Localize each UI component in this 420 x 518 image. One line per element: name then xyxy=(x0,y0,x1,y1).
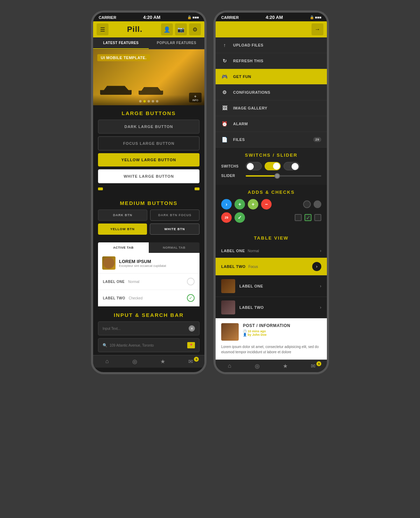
radio-sub-2: Checked xyxy=(129,296,142,300)
radio-circle-2[interactable]: ✓ xyxy=(187,294,195,302)
hero-label: UI MOBILE TEMPLATE. xyxy=(97,54,150,61)
tab-demo-normal[interactable]: NORMAL TAB xyxy=(149,242,200,253)
hero-image: UI MOBILE TEMPLATE. + INFO xyxy=(93,49,204,105)
list-item-title: LOREM IPSUM xyxy=(119,259,166,264)
chevron-right-icon-1: › xyxy=(320,248,321,253)
table-img-row-2[interactable]: LABEL TWO › xyxy=(216,297,327,318)
time-left: 4:20 AM xyxy=(143,15,160,20)
toggle-2[interactable] xyxy=(265,162,281,170)
check-group xyxy=(303,200,321,208)
dark-focus-medium-button[interactable]: DARK BTN FOCUS xyxy=(150,210,200,221)
left-bottom-tab-bar: ⌂ ◎ ★ ✉ 5 xyxy=(93,355,204,368)
range-dot-right xyxy=(195,187,200,190)
focus-large-button[interactable]: FOCUS LARGE BUTTON xyxy=(98,136,200,150)
checkbox-3[interactable] xyxy=(314,214,321,221)
checkbox-1[interactable] xyxy=(295,214,302,221)
table-img-label-1: LABEL ONE xyxy=(239,284,263,288)
carrier-left: CARRIER xyxy=(99,15,116,20)
bottom-tab-mail[interactable]: ✉ 5 xyxy=(177,358,205,365)
remove-button[interactable]: − xyxy=(261,199,272,210)
table-row-2-sub: Focus xyxy=(248,265,258,269)
alarm-icon: ⏰ xyxy=(221,121,228,127)
radio-sm-1[interactable] xyxy=(303,200,311,208)
right-bottom-tab-bar: ⌂ ◎ ★ ✉ 5 xyxy=(216,360,327,372)
right-mail-badge: 5 xyxy=(316,361,321,366)
tab-popular-features[interactable]: POPULAR FEATURES xyxy=(149,37,204,49)
range-row xyxy=(98,186,200,193)
upload-icon-button[interactable]: 📷 xyxy=(175,23,187,35)
dark-large-button[interactable]: DARK LARGE BUTTON xyxy=(98,120,200,134)
tab-latest-features[interactable]: LATEST FEATURES xyxy=(93,37,149,49)
menu-item-getfun[interactable]: 🎮 GET FUN xyxy=(216,69,327,85)
adds-title: ADDS & CHECKS xyxy=(221,190,321,199)
game-icon: 🎮 xyxy=(221,74,228,79)
dark-medium-button[interactable]: DARK BTN xyxy=(98,210,147,221)
chevron-button[interactable]: › xyxy=(221,199,232,210)
yellow-medium-button[interactable]: YELLOW BTN xyxy=(98,223,147,235)
menu-item-gallery[interactable]: 🖼 IMAGE GALLERY xyxy=(216,100,327,116)
menu-item-config[interactable]: ⚙ CONFIGURATIONS xyxy=(216,85,327,100)
radio-item-2[interactable]: LABEL TWO Checked ✓ xyxy=(98,290,200,306)
chevron-right-icon-4: › xyxy=(320,305,321,310)
menu-item-alarm[interactable]: ⏰ ALARM xyxy=(216,116,327,132)
location-input[interactable] xyxy=(110,343,187,347)
hero-info-button[interactable]: + INFO xyxy=(189,93,202,102)
toggle-3[interactable] xyxy=(284,162,300,170)
input-row-1: ✕ xyxy=(98,321,200,335)
left-phone: CARRIER 4:20 AM 🔒 ■■■ ☰ Pill. 👤 📷 ⚙ LATE… xyxy=(91,10,206,374)
bottom-tab-favorite[interactable]: ★ xyxy=(149,358,177,365)
mail-icon: ✉ xyxy=(188,358,193,365)
slider-label: SLIDER xyxy=(221,174,246,178)
refresh-icon: ↻ xyxy=(221,58,228,64)
checkbox-2[interactable]: ✓ xyxy=(304,214,312,221)
clear-button[interactable]: ✕ xyxy=(189,325,195,332)
table-row-2[interactable]: LABEL TWO Focus › xyxy=(216,258,327,276)
tab-demo-active[interactable]: ACTIVE TAB xyxy=(98,242,149,253)
switches-label: SWITCHS xyxy=(221,164,246,168)
menu-item-files[interactable]: 📄 FILES 29 xyxy=(216,132,327,148)
header-right-icons: 👤 📷 ⚙ xyxy=(161,23,201,35)
slider-thumb[interactable] xyxy=(274,173,280,179)
user-icon: 👤 xyxy=(243,333,247,336)
avatar-face xyxy=(103,257,114,269)
bottom-tab-camera[interactable]: ◎ xyxy=(121,358,149,365)
menu-button[interactable]: ☰ xyxy=(97,23,108,35)
right-bottom-tab-favorite[interactable]: ★ xyxy=(271,363,299,369)
slider-track[interactable] xyxy=(246,175,321,177)
white-large-button[interactable]: WHITE LARGE BUTTON xyxy=(98,169,200,183)
menu-item-upload[interactable]: ↑ UPLOAD FILES xyxy=(216,37,327,53)
right-bottom-tab-home[interactable]: ⌂ xyxy=(216,363,244,369)
hero-dots xyxy=(139,100,159,102)
camera-icon: ◎ xyxy=(132,358,137,365)
text-input[interactable] xyxy=(103,327,189,331)
badge-button-green[interactable]: ✓ xyxy=(234,212,245,223)
add-button-1[interactable]: + xyxy=(234,199,245,210)
bottom-tab-home[interactable]: ⌂ xyxy=(93,358,121,365)
badge-button-red[interactable]: 29 xyxy=(221,212,232,223)
radio-sm-2[interactable] xyxy=(314,200,321,208)
menu-item-getfun-label: GET FUN xyxy=(233,74,251,79)
menu-item-alarm-label: ALARM xyxy=(233,122,248,126)
user-icon-button[interactable]: 👤 xyxy=(161,23,173,35)
search-icon: 🔍 xyxy=(103,343,107,348)
post-author-name: John Doe xyxy=(252,333,267,336)
table-img-row-1[interactable]: LABEL ONE › xyxy=(216,276,327,297)
right-bottom-tab-camera[interactable]: ◎ xyxy=(244,363,272,369)
menu-item-config-label: CONFIGURATIONS xyxy=(233,90,270,94)
map-icon-button[interactable]: 📍 xyxy=(187,342,195,348)
menu-item-refresh[interactable]: ↻ REFRESH THIS xyxy=(216,53,327,69)
gear-icon-button[interactable]: ⚙ xyxy=(189,23,201,35)
right-bottom-tab-mail[interactable]: ✉ 5 xyxy=(299,363,327,369)
white-medium-button[interactable]: WHITE BTN xyxy=(150,223,200,235)
right-app-header: → xyxy=(216,21,327,37)
config-icon: ⚙ xyxy=(221,90,228,95)
table-row-1[interactable]: LABEL ONE Normal › xyxy=(216,244,327,258)
yellow-large-button[interactable]: YELLOW LARGE BUTTON xyxy=(98,153,200,166)
toggle-1[interactable] xyxy=(246,162,262,170)
tabs-demo-bar: ACTIVE TAB NORMAL TAB xyxy=(98,242,200,253)
radio-circle-1[interactable] xyxy=(187,278,195,285)
radio-item-1[interactable]: LABEL ONE Normal xyxy=(98,274,200,290)
add-button-2[interactable]: + xyxy=(248,199,258,210)
radio-label-1: LABEL ONE xyxy=(103,280,125,284)
right-arrow-button[interactable]: → xyxy=(312,23,323,35)
